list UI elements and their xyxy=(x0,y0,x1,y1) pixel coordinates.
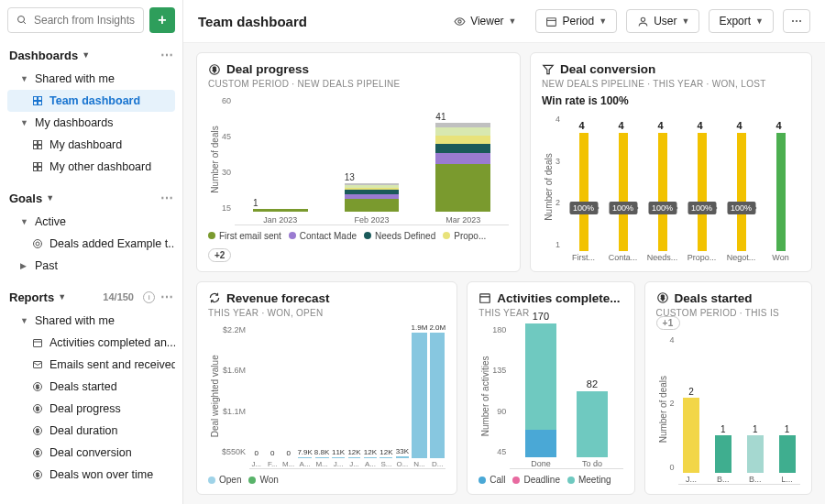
group-active[interactable]: ▼Active xyxy=(7,211,175,233)
y-axis-ticks: $2.2M$1.6M$1.1M$550K xyxy=(222,323,249,469)
sidebar-item-my-dashboard[interactable]: My dashboard xyxy=(7,134,175,156)
card-deals-started: $Deals started CUSTOM PERIOD · THIS IS +… xyxy=(644,281,812,495)
section-goals[interactable]: Goals▼ ⋯ xyxy=(7,185,175,211)
section-menu-icon[interactable]: ⋯ xyxy=(160,48,173,62)
svg-rect-12 xyxy=(34,168,38,171)
section-dashboards[interactable]: Dashboards▼ ⋯ xyxy=(7,42,175,68)
more-chip[interactable]: +1 xyxy=(656,316,680,330)
search-box[interactable] xyxy=(7,7,144,33)
dollar-icon: $ xyxy=(31,424,44,437)
svg-rect-30 xyxy=(547,17,556,26)
chevron-down-icon: ▼ xyxy=(20,118,29,127)
section-reports[interactable]: Reports▼ 14/150i⋯ xyxy=(7,284,175,310)
sidebar-item-deals-added-example[interactable]: Deals added Example t... xyxy=(7,233,175,255)
svg-point-15 xyxy=(36,242,39,246)
card-title: Activities complete... xyxy=(497,291,620,305)
svg-point-14 xyxy=(34,240,42,248)
chevron-down-icon: ▼ xyxy=(20,74,29,83)
svg-text:$: $ xyxy=(661,294,665,301)
mail-icon xyxy=(31,358,44,371)
page-title: Team dashboard xyxy=(198,14,307,29)
section-menu-icon[interactable]: ⋯ xyxy=(160,191,173,205)
topbar: Team dashboard Viewer▼ Period▼ User▼ Exp… xyxy=(183,0,825,43)
sidebar-item-my-other-dashboard[interactable]: My other dashboard xyxy=(7,156,175,178)
card-title: Revenue forecast xyxy=(226,291,330,305)
card-title: Deals started xyxy=(675,291,753,305)
calendar-icon xyxy=(31,336,44,349)
legend-more-chip[interactable]: +2 xyxy=(208,248,231,262)
svg-text:$: $ xyxy=(36,406,39,411)
card-subtitle: THIS YEAR xyxy=(478,308,622,318)
dollar-icon: $ xyxy=(31,380,44,393)
chevron-right-icon: ▶ xyxy=(20,261,29,270)
activities-chart: 170Done82To do xyxy=(510,323,622,469)
card-deal-progress: $Deal progress CUSTOM PERIOD · NEW DEALS… xyxy=(196,52,521,272)
user-dropdown[interactable]: User▼ xyxy=(626,9,699,33)
sidebar-item-activities-completed[interactable]: Activities completed an... xyxy=(7,332,175,354)
card-activities: Activities complete... THIS YEAR Number … xyxy=(467,281,634,495)
svg-text:$: $ xyxy=(36,428,39,433)
section-menu-icon[interactable]: ⋯ xyxy=(160,290,173,304)
target-icon xyxy=(31,237,44,250)
group-my-dashboards[interactable]: ▼My dashboards xyxy=(7,112,175,134)
svg-rect-36 xyxy=(480,294,490,302)
card-revenue-forecast: Revenue forecast THIS YEAR · WON, OPEN D… xyxy=(196,281,457,495)
card-deal-conversion: Deal conversion NEW DEALS PIPELINE · THI… xyxy=(530,52,812,272)
dollar-icon: $ xyxy=(31,402,44,415)
dollar-icon: $ xyxy=(656,291,669,304)
revenue-forecast-chart: 0J...0F...0M...7.9KA...8.8KM...11KJ...12… xyxy=(249,323,446,469)
add-button[interactable]: + xyxy=(149,7,175,33)
dashboard-icon xyxy=(31,160,44,173)
refresh-icon xyxy=(208,291,221,304)
group-shared-with-me[interactable]: ▼Shared with me xyxy=(7,68,175,90)
chevron-down-icon: ▼ xyxy=(681,16,689,26)
eye-icon xyxy=(453,15,466,27)
sidebar-item-emails[interactable]: Emails sent and received xyxy=(7,354,175,376)
more-menu[interactable]: ⋯ xyxy=(783,9,810,33)
export-dropdown[interactable]: Export▼ xyxy=(709,9,774,33)
sidebar-item-deal-duration[interactable]: $Deal duration xyxy=(7,420,175,442)
period-dropdown[interactable]: Period▼ xyxy=(535,9,618,33)
sidebar-item-deal-conversion[interactable]: $Deal conversion xyxy=(7,442,175,464)
deal-conversion-chart: 4100%First...4100%Conta...4100%Needs...4… xyxy=(564,118,800,262)
y-axis-label: Number of deals xyxy=(208,94,222,225)
group-past[interactable]: ▶Past xyxy=(7,255,175,277)
svg-point-32 xyxy=(641,17,644,21)
win-rate-headline: Win rate is 100% xyxy=(542,94,800,107)
dashboard-icon xyxy=(31,94,44,107)
card-subtitle: CUSTOM PERIOD · NEW DEALS PIPELINE xyxy=(208,79,509,89)
y-axis-ticks: 4321 xyxy=(556,113,564,262)
y-axis-label: Number of deals xyxy=(542,113,556,262)
sidebar-item-deals-won[interactable]: $Deals won over time xyxy=(7,464,175,486)
calendar-icon xyxy=(478,291,491,304)
svg-rect-6 xyxy=(34,141,38,145)
y-axis-label: Number of deals xyxy=(656,334,670,485)
chevron-down-icon: ▼ xyxy=(755,16,764,26)
viewer-dropdown[interactable]: Viewer▼ xyxy=(444,10,525,32)
info-icon[interactable]: i xyxy=(143,291,155,303)
sidebar-item-deals-started[interactable]: $Deals started xyxy=(7,376,175,398)
svg-line-1 xyxy=(24,22,27,25)
sidebar-item-team-dashboard[interactable]: Team dashboard xyxy=(7,90,175,112)
svg-text:$: $ xyxy=(36,384,39,389)
y-axis-label: Deal weighted value xyxy=(208,323,222,469)
svg-point-0 xyxy=(18,16,25,23)
svg-text:$: $ xyxy=(36,472,39,477)
svg-rect-13 xyxy=(38,168,42,171)
svg-rect-4 xyxy=(34,102,38,105)
plus-icon: + xyxy=(158,12,166,28)
y-axis-ticks: 60453015 xyxy=(222,94,235,225)
svg-point-29 xyxy=(458,19,461,22)
sidebar: + Dashboards▼ ⋯ ▼Shared with me Team das… xyxy=(0,0,183,504)
y-axis-ticks: 1801359045 xyxy=(492,323,510,469)
deal-progress-chart: 1Jan 202313Feb 202341Mar 2023 xyxy=(235,94,509,225)
sidebar-item-deal-progress[interactable]: $Deal progress xyxy=(7,398,175,420)
search-input[interactable] xyxy=(34,14,136,27)
svg-rect-8 xyxy=(34,146,38,149)
svg-rect-9 xyxy=(38,146,42,149)
group-shared-with-me-reports[interactable]: ▼Shared with me xyxy=(7,310,175,332)
y-axis-label: Number of activities xyxy=(478,323,492,469)
search-icon xyxy=(16,14,28,27)
deals-started-chart: 2J...1B...1B...1L... xyxy=(678,334,800,485)
svg-rect-16 xyxy=(34,340,42,347)
